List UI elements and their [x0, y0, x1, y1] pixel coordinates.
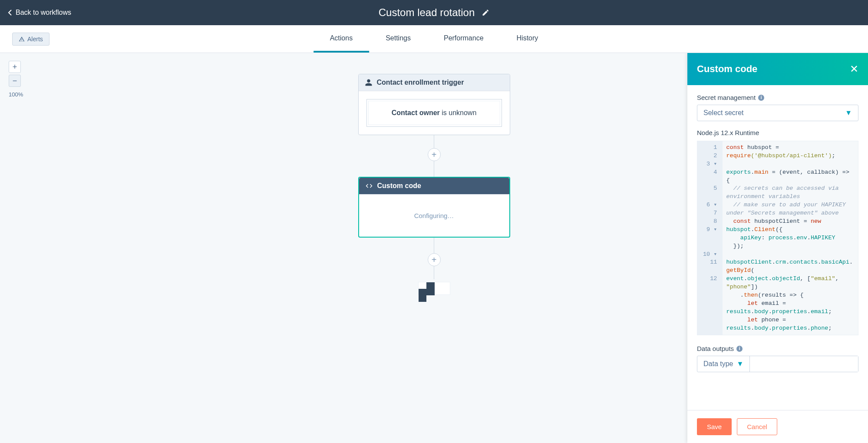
- tab-actions[interactable]: Actions: [314, 25, 369, 53]
- custom-code-card[interactable]: Custom code Configuring…: [358, 177, 510, 238]
- add-action-button[interactable]: +: [428, 253, 441, 266]
- side-panel-header: Custom code ✕: [687, 53, 868, 85]
- chevron-left-icon: [8, 9, 12, 16]
- tab-settings[interactable]: Settings: [369, 25, 427, 53]
- secret-select-placeholder: Select secret: [703, 109, 743, 117]
- secret-management-field: Secret management i Select secret ▼: [697, 94, 858, 121]
- back-to-workflows-link[interactable]: Back to workflows: [8, 9, 71, 17]
- finish-flag-icon: [418, 282, 450, 295]
- subheader: Alerts Actions Settings Performance Hist…: [0, 25, 868, 53]
- side-panel-footer: Save Cancel: [687, 410, 868, 443]
- alerts-button[interactable]: Alerts: [12, 33, 50, 46]
- back-label: Back to workflows: [16, 9, 71, 17]
- trigger-condition[interactable]: Contact owner is unknown: [366, 99, 502, 127]
- code-content[interactable]: const hubspot = require('@hubspot/api-cl…: [723, 141, 858, 335]
- connector-line: [434, 238, 434, 253]
- code-editor[interactable]: 1 2 3 ▾ 4 5 6 ▾ 7 8 9 ▾ 10 ▾: [697, 141, 858, 335]
- data-output-name-input[interactable]: [750, 356, 858, 372]
- data-outputs-row: Data type ▼: [697, 356, 858, 372]
- side-panel-title: Custom code: [697, 63, 757, 75]
- enrollment-trigger-card[interactable]: Contact enrollment trigger Contact owner…: [358, 74, 510, 135]
- save-button[interactable]: Save: [697, 418, 732, 435]
- secret-select[interactable]: Select secret ▼: [697, 105, 858, 121]
- trigger-condition-label: Contact owner: [392, 109, 440, 116]
- info-icon[interactable]: i: [758, 95, 764, 101]
- tabs: Actions Settings Performance History: [314, 25, 555, 53]
- tab-history[interactable]: History: [500, 25, 555, 53]
- runtime-label: Node.js 12.x Runtime: [697, 129, 858, 136]
- connector-line: [434, 161, 434, 177]
- connector-line: [434, 135, 434, 148]
- custom-code-header-label: Custom code: [377, 182, 421, 190]
- close-panel-button[interactable]: ✕: [850, 64, 858, 74]
- alerts-label: Alerts: [27, 36, 43, 43]
- chevron-down-icon: ▼: [736, 360, 743, 368]
- edit-pencil-icon[interactable]: [482, 9, 489, 17]
- alert-triangle-icon: [19, 36, 25, 42]
- trigger-body: Contact owner is unknown: [359, 91, 510, 135]
- add-action-button[interactable]: +: [428, 148, 441, 161]
- custom-code-body: Configuring…: [359, 195, 509, 237]
- cancel-button[interactable]: Cancel: [737, 418, 777, 435]
- code-gutter: 1 2 3 ▾ 4 5 6 ▾ 7 8 9 ▾ 10 ▾: [697, 141, 723, 335]
- workflow-canvas-area: + − 100% Contact enrollment trigger Cont…: [0, 53, 868, 443]
- side-panel-body: Secret management i Select secret ▼ Node…: [687, 85, 868, 410]
- custom-code-header: Custom code: [359, 178, 509, 195]
- trigger-header-label: Contact enrollment trigger: [377, 79, 464, 86]
- enrollment-trigger-header: Contact enrollment trigger: [359, 74, 510, 91]
- data-outputs-label: Data outputs i: [697, 345, 858, 352]
- workflow-title: Custom lead rotation: [379, 7, 475, 19]
- app-header: Back to workflows Custom lead rotation: [0, 0, 868, 25]
- connector-line: [434, 266, 434, 279]
- workflow-title-area: Custom lead rotation: [379, 7, 489, 19]
- secret-management-label: Secret management i: [697, 94, 858, 101]
- chevron-down-icon: ▼: [845, 109, 852, 117]
- code-icon: [365, 182, 373, 190]
- tab-performance[interactable]: Performance: [427, 25, 500, 53]
- data-outputs-field: Data outputs i Data type ▼: [697, 345, 858, 372]
- contact-icon: [365, 79, 373, 86]
- trigger-condition-text: is unknown: [440, 109, 477, 116]
- data-type-select[interactable]: Data type ▼: [697, 356, 750, 372]
- info-icon[interactable]: i: [736, 346, 743, 352]
- custom-code-side-panel: Custom code ✕ Secret management i Select…: [687, 53, 868, 443]
